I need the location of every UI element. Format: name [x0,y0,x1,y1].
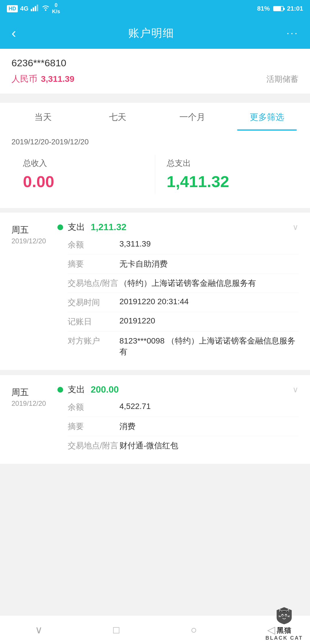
circle-icon: ○ [191,624,197,636]
square-icon: □ [113,624,119,636]
detail-label-balance-1: 余额 [68,239,119,250]
transaction-right-col-2: 支出 200.00 ∨ 余额 4,522.71 摘要 消费 交易地点/附言 [57,384,299,455]
transaction-left-col-1: 周五 2019/12/20 [11,221,57,248]
tab-today[interactable]: 当天 [6,103,80,131]
detail-label-summary-2: 摘要 [68,421,119,432]
detail-label-bookdate-1: 记账日 [68,316,119,327]
svg-point-8 [285,615,286,616]
detail-value-balance-1: 3,311.39 [119,239,299,249]
svg-rect-2 [35,6,36,11]
hd-badge: HD [7,5,18,12]
summary-section: 总收入 0.00 总支出 1,411.32 [11,152,299,202]
dot-green-2 [57,387,63,393]
battery-icon [273,6,284,11]
account-number: 6236***6810 [11,57,299,69]
account-card: 6236***6810 人民币 3,311.39 活期储蓄 [0,49,310,94]
expense-label: 总支出 [167,158,287,169]
svg-point-4 [45,9,46,11]
transaction-header-row-1: 支出 1,211.32 ∨ [57,221,299,233]
detail-row-location-1: 交易地点/附言 （特约）上海诺诺镑客金融信息服务有 [68,274,299,293]
tab-one-month[interactable]: 一个月 [155,103,230,131]
back-button[interactable]: ‹ [11,26,16,40]
status-bar-right: 81% 21:01 [257,5,303,12]
tab-seven-days[interactable]: 七天 [80,103,155,131]
currency-label: 人民币 [11,74,37,84]
expense-amount: 1,411.32 [167,172,287,191]
transaction-type-2: 支出 [68,384,85,395]
svg-rect-3 [37,5,38,11]
detail-row-balance-1: 余额 3,311.39 [68,235,299,255]
wifi-icon [42,5,50,13]
transaction-type-1: 支出 [68,221,85,233]
detail-row-summary-2: 摘要 消费 [68,417,299,436]
tab-more-filter[interactable]: 更多筛选 [230,103,304,131]
dot-green-1 [57,224,63,230]
weekday-2: 周五 [11,387,57,398]
detail-value-time-1: 20191220 20:31:44 [119,297,299,306]
income-label: 总收入 [23,158,144,169]
date-2: 2019/12/20 [11,399,57,408]
date-range-section: 2019/12/20-2019/12/20 总收入 0.00 总支出 1,411… [0,131,310,208]
detail-label-balance-2: 余额 [68,402,119,413]
detail-label-counterparty-1: 对方账户 [68,335,119,346]
detail-value-bookdate-1: 20191220 [119,316,299,325]
more-button[interactable]: ··· [286,27,299,39]
detail-label-location-1: 交易地点/附言 [68,278,119,289]
divider-2 [0,208,310,213]
transaction-left-col-2: 周五 2019/12/20 [11,384,57,410]
detail-row-summary-1: 摘要 无卡自助消费 [68,255,299,274]
detail-value-summary-1: 无卡自助消费 [119,259,299,269]
date-range-text: 2019/12/20-2019/12/20 [11,137,299,146]
account-balance-row: 人民币 3,311.39 活期储蓄 [11,73,299,85]
transaction-main-row-2: 周五 2019/12/20 支出 200.00 ∨ 余额 4,522.71 [11,384,299,455]
svg-rect-0 [31,9,32,11]
detail-value-balance-2: 4,522.71 [119,402,299,411]
chevron-down-icon-1[interactable]: ∨ [292,222,299,232]
detail-label-time-1: 交易时间 [68,297,119,308]
detail-row-bookdate-1: 记账日 20191220 [68,312,299,331]
summary-expense: 总支出 1,411.32 [155,155,299,194]
date-1: 2019/12/20 [11,237,57,245]
nav-circle-button[interactable]: ○ [165,620,222,640]
account-type: 活期储蓄 [266,74,299,85]
svg-rect-1 [33,7,34,11]
balance-amount: 3,311.39 [41,74,74,84]
signal-bars [31,4,39,13]
summary-income: 总收入 0.00 [11,155,155,194]
nav-back-button[interactable]: ∨ [10,620,67,640]
detail-value-location-2: 财付通-微信红包 [119,440,299,451]
transaction-amount-1: 1,211.32 [85,222,292,232]
battery-percent: 81% [257,5,270,12]
data-speed: 0K/s [52,2,60,15]
svg-point-7 [282,615,283,616]
detail-row-balance-2: 余额 4,522.71 [68,398,299,417]
detail-value-location-1: （特约）上海诺诺镑客金融信息服务有 [119,278,299,289]
page-title: 账户明细 [128,26,174,40]
time: 21:01 [287,5,303,12]
divider-3 [0,371,310,375]
detail-row-counterparty-1: 对方账户 8123***0098 （特约）上海诺诺镑客金融信息服务有 [68,331,299,361]
transaction-header-row-2: 支出 200.00 ∨ [57,384,299,395]
watermark-chinese: 黑猫 [266,626,303,635]
account-balance: 人民币 3,311.39 [11,73,74,85]
detail-label-location-2: 交易地点/附言 [68,440,119,451]
watermark: 黑猫 BLACK CAT [258,607,310,644]
status-bar-left: HD 4G 0K/s [7,2,60,15]
transaction-date-1: 周五 2019/12/20 [11,224,57,245]
income-amount: 0.00 [23,172,144,191]
transaction-item-2: 周五 2019/12/20 支出 200.00 ∨ 余额 4,522.71 [0,375,310,464]
transaction-item-1: 周五 2019/12/20 支出 1,211.32 ∨ 余额 3,311.39 [0,213,310,370]
nav-home-button[interactable]: □ [88,620,145,640]
transaction-date-2: 周五 2019/12/20 [11,387,57,408]
detail-value-summary-2: 消费 [119,421,299,432]
detail-row-location-2: 交易地点/附言 财付通-微信红包 [68,436,299,455]
chevron-down-icon: ∨ [35,624,42,636]
transaction-main-row-1: 周五 2019/12/20 支出 1,211.32 ∨ 余额 3,311.39 [11,221,299,361]
transaction-right-col-1: 支出 1,211.32 ∨ 余额 3,311.39 摘要 无卡自助消费 交易地点… [57,221,299,361]
weekday-1: 周五 [11,224,57,236]
carrier-signal: 4G [20,5,28,12]
detail-row-time-1: 交易时间 20191220 20:31:44 [68,293,299,312]
transaction-amount-2: 200.00 [85,384,292,395]
chevron-down-icon-2[interactable]: ∨ [292,385,299,394]
transaction-details-2: 余额 4,522.71 摘要 消费 交易地点/附言 财付通-微信红包 [68,398,299,455]
